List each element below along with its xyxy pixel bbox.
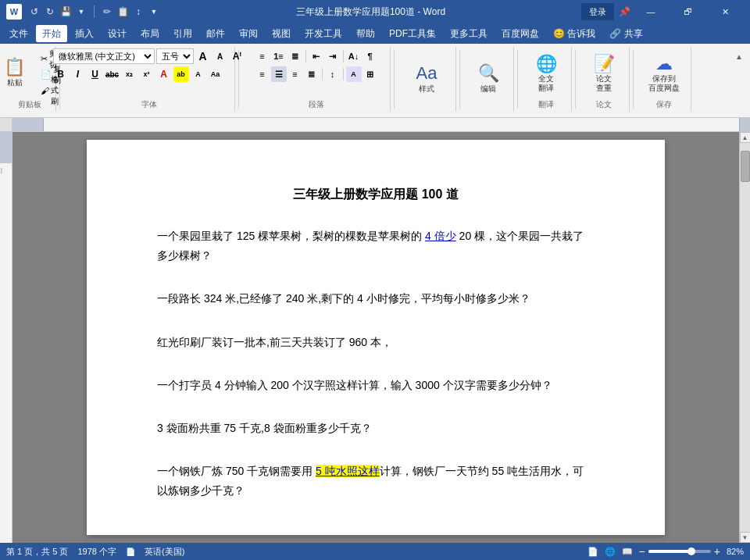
redo-btn[interactable]: ↻: [44, 5, 56, 18]
view-read-icon[interactable]: 📖: [622, 547, 633, 557]
increase-indent-btn[interactable]: ⇥: [325, 48, 341, 64]
scroll-up-btn[interactable]: ▲: [740, 132, 751, 143]
scissors-icon: ✂: [41, 54, 48, 64]
menu-home[interactable]: 开始: [36, 25, 67, 42]
show-hide-btn[interactable]: ¶: [362, 48, 378, 64]
menu-review[interactable]: 审阅: [233, 25, 264, 42]
touch-mode-icon[interactable]: ✏: [101, 5, 113, 18]
restore-button[interactable]: 🗗: [670, 0, 706, 23]
divider7: [633, 50, 634, 109]
italic-btn[interactable]: I: [70, 66, 86, 82]
extra-icon2[interactable]: ▼: [148, 5, 160, 18]
view-web-icon[interactable]: 🌐: [605, 547, 616, 557]
highlight-btn[interactable]: ab: [173, 66, 189, 82]
multilevel-btn[interactable]: ≣: [288, 48, 303, 64]
view-print-icon[interactable]: 📄: [588, 547, 598, 557]
paste-icon: 📋: [4, 57, 25, 77]
menu-design[interactable]: 设计: [102, 25, 133, 42]
auto-save-icon[interactable]: 📋: [116, 5, 129, 18]
align-center-btn[interactable]: ☰: [271, 66, 287, 82]
numbering-btn[interactable]: 1≡: [271, 48, 287, 64]
paste-button[interactable]: 📋 粘贴: [0, 48, 35, 97]
subscript-btn[interactable]: x₂: [122, 66, 138, 82]
problem1-special: 4 倍少: [425, 230, 456, 242]
menubar: 文件 开始 插入 设计 布局 引用 邮件 审阅 视图 开发工具 帮助 PDF工具…: [0, 23, 750, 44]
menu-developer[interactable]: 开发工具: [298, 25, 348, 42]
scroll-thumb[interactable]: [741, 151, 750, 182]
menu-layout[interactable]: 布局: [134, 25, 166, 42]
menu-tellme[interactable]: 😊 告诉我: [547, 25, 602, 42]
font-color-btn[interactable]: A: [156, 66, 172, 82]
font-name-select[interactable]: 微软雅黑 (中文正文): [53, 48, 155, 64]
problem-3: 红光印刷厂装订一批本,前三天共装订了 960 本，: [157, 333, 595, 352]
vertical-scrollbar[interactable]: ▲ ▼: [739, 132, 750, 543]
extra-icon1[interactable]: ↕: [132, 5, 145, 18]
menu-mailings[interactable]: 邮件: [200, 25, 231, 42]
styles-button[interactable]: Aa 样式: [406, 57, 447, 100]
login-button[interactable]: 登录: [581, 3, 614, 20]
baidu-save-icon: ☁: [655, 54, 673, 74]
zoom-percent[interactable]: 82%: [727, 547, 744, 556]
zoom-out-btn[interactable]: −: [639, 545, 645, 558]
font-shrink-btn[interactable]: A: [212, 48, 228, 64]
menu-references[interactable]: 引用: [167, 25, 198, 42]
recheck-button[interactable]: 📝 论文查重: [584, 52, 624, 95]
menu-view[interactable]: 视图: [266, 25, 297, 42]
menu-file[interactable]: 文件: [3, 25, 34, 42]
ruler: 2 4 6 8 10 12 14 16 18 20 22 24 26 28 30…: [0, 118, 750, 132]
strikethrough-btn[interactable]: abc: [105, 66, 120, 82]
page-scroll[interactable]: 三年级上册数学应用题 100 道 一个果园里栽了 125 棵苹果树，梨树的棵数是…: [12, 132, 739, 543]
menu-baidu[interactable]: 百度网盘: [495, 25, 545, 42]
scroll-track[interactable]: [740, 143, 751, 532]
font-size-aa-btn[interactable]: Aa: [208, 66, 223, 82]
underline-btn[interactable]: U: [88, 66, 103, 82]
superscript-btn[interactable]: x²: [139, 66, 155, 82]
menu-pdf[interactable]: PDF工具集: [383, 25, 442, 42]
zoom-thumb[interactable]: [688, 548, 695, 555]
sort-btn[interactable]: A↓: [346, 48, 362, 64]
menu-insert[interactable]: 插入: [69, 25, 100, 42]
bold-btn[interactable]: B: [53, 66, 69, 82]
scroll-down-btn[interactable]: ▼: [740, 532, 751, 543]
titlebar-left: W ↺ ↻ 💾 ▼ ✏ 📋 ↕ ▼: [6, 4, 160, 20]
ribbon: 📋 粘贴 ✂ 剪切 📄 复制 🖌 格式刷: [0, 44, 750, 118]
borders-btn[interactable]: ⊞: [362, 66, 378, 82]
zoom-slider[interactable]: [648, 550, 711, 553]
text-shading-btn[interactable]: A: [191, 66, 206, 82]
undo-btn[interactable]: ↺: [28, 5, 41, 18]
document-area: | 三年级上册数学应用题 100 道 一个果园里栽了 125 棵苹果树，梨树的棵…: [0, 132, 750, 543]
align-left-btn[interactable]: ≡: [255, 66, 270, 82]
translate-group: 🌐 全文翻译 翻译: [521, 47, 572, 112]
save-group-label: 保存: [641, 99, 686, 112]
find-button[interactable]: 🔍 编辑: [468, 57, 509, 100]
close-button[interactable]: ✕: [708, 0, 744, 23]
shading-btn[interactable]: A: [346, 66, 362, 82]
decrease-indent-btn[interactable]: ⇤: [309, 48, 324, 64]
font-size-select[interactable]: 五号: [156, 48, 194, 64]
save-baidu-button[interactable]: ☁ 保存到百度网盘: [644, 52, 684, 95]
line-spacing-btn[interactable]: ↕: [325, 66, 341, 82]
para-divider2: [343, 50, 344, 62]
menu-more-tools[interactable]: 更多工具: [444, 25, 494, 42]
problem-5: 3 袋面粉共重 75 千克,8 袋面粉重多少千克？: [157, 419, 595, 438]
language-status[interactable]: 英语(美国): [145, 546, 184, 558]
quick-access-more[interactable]: ▼: [75, 5, 88, 18]
ribbon-display-btn[interactable]: 📌: [619, 5, 631, 18]
collapse-ribbon-btn[interactable]: ▲: [731, 48, 747, 64]
translate-button[interactable]: 🌐 全文翻译: [526, 52, 566, 95]
justify-btn[interactable]: ≣: [304, 66, 320, 82]
menu-help[interactable]: 帮助: [350, 25, 381, 42]
align-right-btn[interactable]: ≡: [288, 66, 303, 82]
paste-label: 粘贴: [7, 77, 23, 88]
problem-6: 一个钢铁厂炼 750 千克钢需要用 5 吨水照这样计算，钢铁厂一天节约 55 吨…: [157, 462, 595, 501]
save-group: ☁ 保存到百度网盘 保存: [637, 47, 691, 112]
para-divider3: [322, 68, 323, 80]
menu-share[interactable]: 🔗 共享: [603, 25, 648, 42]
edit-group-label: [468, 110, 509, 112]
titlebar: W ↺ ↻ 💾 ▼ ✏ 📋 ↕ ▼ 三年级上册数学应用题100道 - Word …: [0, 0, 750, 23]
save-btn[interactable]: 💾: [59, 5, 72, 18]
zoom-in-btn[interactable]: +: [714, 545, 720, 558]
font-grow-btn[interactable]: A: [195, 48, 211, 64]
minimize-button[interactable]: —: [633, 0, 669, 23]
bullets-btn[interactable]: ≡: [255, 48, 270, 64]
